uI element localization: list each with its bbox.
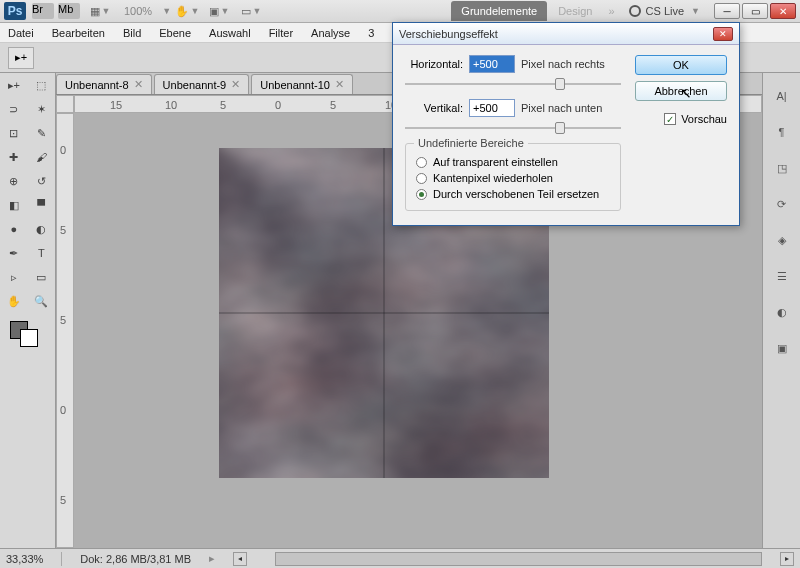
menu-bild[interactable]: Bild: [123, 27, 141, 39]
vertical-input[interactable]: [469, 99, 515, 117]
scroll-right-button[interactable]: ▸: [780, 552, 794, 566]
dialog-close-button[interactable]: ✕: [713, 27, 733, 41]
ruler-vertical[interactable]: 0 5 5 0 5: [56, 113, 74, 548]
ruler-tick: 0: [60, 144, 66, 156]
paths-panel-icon[interactable]: ◐: [771, 301, 793, 323]
character-panel-icon[interactable]: A|: [771, 85, 793, 107]
menu-filter[interactable]: Filter: [269, 27, 293, 39]
healing-brush-tool-icon[interactable]: ✚: [0, 145, 28, 169]
app-header: Ps Br Mb ▦▼ 100%▼ ✋▼ ▣▼ ▭▼ Grundelemente…: [0, 0, 800, 23]
blur-tool-icon[interactable]: ●: [0, 217, 28, 241]
ruler-tick: 5: [330, 99, 336, 111]
ruler-tick: 5: [220, 99, 226, 111]
window-maximize-button[interactable]: ▭: [742, 3, 768, 19]
horizontal-slider[interactable]: [405, 77, 621, 91]
crop-tool-icon[interactable]: ⊡: [0, 121, 28, 145]
close-tab-icon[interactable]: ✕: [231, 78, 240, 91]
cslive-button[interactable]: CS Live▼: [621, 5, 708, 17]
dodge-tool-icon[interactable]: ◐: [28, 217, 56, 241]
preview-checkbox[interactable]: ✓Vorschau: [664, 113, 727, 125]
stamp-tool-icon[interactable]: ⊕: [0, 169, 28, 193]
close-tab-icon[interactable]: ✕: [134, 78, 143, 91]
ruler-tick: 0: [275, 99, 281, 111]
channels-panel-icon[interactable]: ☰: [771, 265, 793, 287]
paragraph-panel-icon[interactable]: ¶: [771, 121, 793, 143]
vertical-suffix: Pixel nach unten: [521, 102, 602, 114]
scroll-left-button[interactable]: ◂: [233, 552, 247, 566]
window-minimize-button[interactable]: ─: [714, 3, 740, 19]
vertical-slider[interactable]: [405, 121, 621, 135]
group-title: Undefinierte Bereiche: [414, 137, 528, 149]
horizontal-label: Horizontal:: [405, 58, 463, 70]
ok-button[interactable]: OK: [635, 55, 727, 75]
radio-label: Durch verschobenen Teil ersetzen: [433, 188, 599, 200]
document-tab-title: Unbenannt-9: [163, 79, 227, 91]
navigator-panel-icon[interactable]: ◳: [771, 157, 793, 179]
zoom-tool-icon[interactable]: 🔍: [28, 289, 56, 313]
ruler-tick: 15: [110, 99, 122, 111]
actions-panel-icon[interactable]: ▣: [771, 337, 793, 359]
tools-panel: ▸+ ⬚ ⊃ ✶ ⊡ ✎ ✚ 🖌 ⊕ ↺ ◧ ▀ ● ◐ ✒ T ▹ ▭ ✋ 🔍: [0, 73, 56, 548]
horizontal-scrollbar[interactable]: [275, 552, 762, 566]
gradient-tool-icon[interactable]: ▀: [28, 193, 56, 217]
menu-3d[interactable]: 3: [368, 27, 374, 39]
history-brush-tool-icon[interactable]: ↺: [28, 169, 56, 193]
status-docsize[interactable]: Dok: 2,86 MB/3,81 MB: [80, 553, 191, 565]
offset-filter-dialog: Verschiebungseffekt ✕ Horizontal: Pixel …: [392, 22, 740, 226]
workspace-tab-design[interactable]: Design: [548, 1, 602, 21]
status-zoom[interactable]: 33,33%: [6, 553, 43, 565]
hand-tool-icon-panel[interactable]: ✋: [0, 289, 28, 313]
type-tool-icon[interactable]: T: [28, 241, 56, 265]
close-tab-icon[interactable]: ✕: [335, 78, 344, 91]
undefined-areas-group: Undefinierte Bereiche Auf transparent ei…: [405, 143, 621, 211]
eraser-tool-icon[interactable]: ◧: [0, 193, 28, 217]
divider: [61, 552, 62, 566]
menu-auswahl[interactable]: Auswahl: [209, 27, 251, 39]
menu-bearbeiten[interactable]: Bearbeiten: [52, 27, 105, 39]
dialog-title-text: Verschiebungseffekt: [399, 28, 498, 40]
workspace-tab-grundelemente[interactable]: Grundelemente: [451, 1, 547, 21]
shape-tool-icon[interactable]: ▭: [28, 265, 56, 289]
cancel-button[interactable]: Abbrechen: [635, 81, 727, 101]
eyedropper-tool-icon[interactable]: ✎: [28, 121, 56, 145]
zoom-level[interactable]: 100%: [124, 5, 152, 17]
view-extras-icon[interactable]: ▦▼: [89, 2, 111, 20]
current-tool-icon[interactable]: ▸+: [8, 47, 34, 69]
bridge-button[interactable]: Br: [32, 3, 54, 19]
radio-label: Kantenpixel wiederholen: [433, 172, 553, 184]
radio-wrap-around[interactable]: Durch verschobenen Teil ersetzen: [416, 188, 610, 200]
magic-wand-tool-icon[interactable]: ✶: [28, 97, 56, 121]
brush-tool-icon[interactable]: 🖌: [28, 145, 56, 169]
document-tab[interactable]: Unbenannt-9✕: [154, 74, 250, 94]
radio-repeat-edge[interactable]: Kantenpixel wiederholen: [416, 172, 610, 184]
adjustments-panel-icon[interactable]: ⟳: [771, 193, 793, 215]
ruler-tick: 10: [165, 99, 177, 111]
cslive-label: CS Live: [646, 5, 685, 17]
ruler-tick: 5: [60, 224, 66, 236]
arrange-docs-icon[interactable]: ▣▼: [208, 2, 230, 20]
lasso-tool-icon[interactable]: ⊃: [0, 97, 28, 121]
minibridge-button[interactable]: Mb: [58, 3, 80, 19]
radio-transparent[interactable]: Auf transparent einstellen: [416, 156, 610, 168]
path-selection-tool-icon[interactable]: ▹: [0, 265, 28, 289]
workspace-more-icon[interactable]: »: [602, 5, 620, 17]
document-tab[interactable]: Unbenannt-8✕: [56, 74, 152, 94]
document-tab[interactable]: Unbenannt-10✕: [251, 74, 353, 94]
hand-tool-icon[interactable]: ✋▼: [176, 2, 198, 20]
menu-ebene[interactable]: Ebene: [159, 27, 191, 39]
menu-datei[interactable]: Datei: [8, 27, 34, 39]
pen-tool-icon[interactable]: ✒: [0, 241, 28, 265]
move-tool-icon[interactable]: ▸+: [0, 73, 28, 97]
marquee-tool-icon[interactable]: ⬚: [28, 73, 56, 97]
radio-label: Auf transparent einstellen: [433, 156, 558, 168]
ruler-tick: 5: [60, 494, 66, 506]
layers-panel-icon[interactable]: ◈: [771, 229, 793, 251]
document-tab-title: Unbenannt-10: [260, 79, 330, 91]
background-color-swatch[interactable]: [20, 329, 38, 347]
dialog-titlebar[interactable]: Verschiebungseffekt ✕: [393, 23, 739, 45]
screen-mode-icon[interactable]: ▭▼: [240, 2, 262, 20]
menu-analyse[interactable]: Analyse: [311, 27, 350, 39]
window-close-button[interactable]: ✕: [770, 3, 796, 19]
horizontal-input[interactable]: [469, 55, 515, 73]
panels-dock: A| ¶ ◳ ⟳ ◈ ☰ ◐ ▣: [762, 73, 800, 548]
